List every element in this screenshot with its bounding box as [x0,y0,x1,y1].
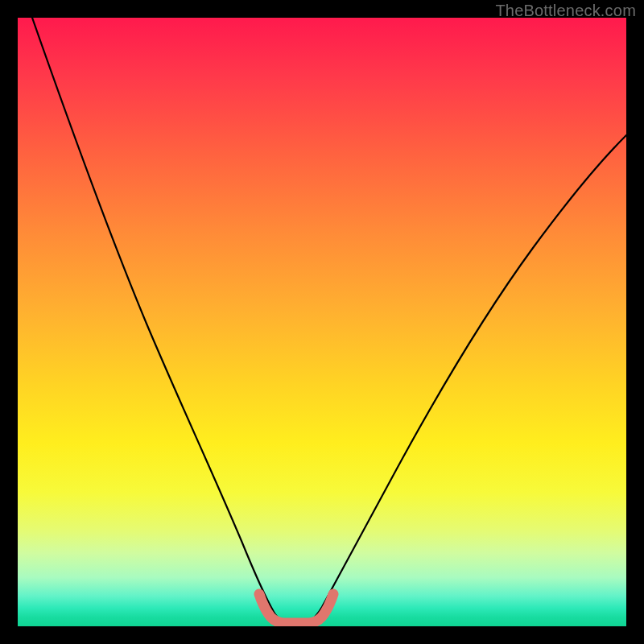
optimal-band [259,594,333,623]
watermark-text: TheBottleneck.com [495,2,636,20]
chart-svg [18,18,626,626]
chart-container: TheBottleneck.com [0,0,644,644]
bottleneck-curve [32,18,626,621]
plot-area [18,18,626,626]
